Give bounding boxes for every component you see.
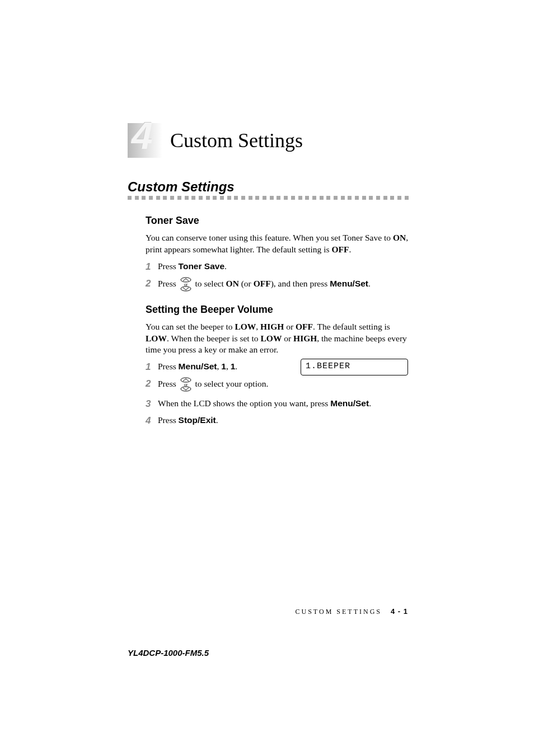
up-down-arrow-icon: or bbox=[180, 377, 192, 392]
subsection-beeper: Setting the Beeper Volume You can set th… bbox=[146, 304, 408, 428]
button-label-menu-set: Menu/Set bbox=[179, 361, 217, 371]
option-low: LOW bbox=[235, 322, 256, 331]
text: . bbox=[224, 261, 227, 271]
step-text: Press Toner Save. bbox=[158, 260, 408, 273]
text: or bbox=[282, 334, 293, 343]
svg-point-3 bbox=[181, 387, 191, 391]
text: Press bbox=[158, 261, 179, 271]
subsection-toner-save: Toner Save You can conserve toner using … bbox=[146, 215, 408, 292]
button-label-menu-set: Menu/Set bbox=[330, 278, 368, 288]
text: Press bbox=[158, 361, 179, 371]
step-item: 4 Press Stop/Exit. bbox=[158, 414, 408, 428]
step-number: 3 bbox=[146, 397, 158, 411]
arrow-or-label: or bbox=[184, 282, 188, 287]
svg-point-2 bbox=[181, 378, 191, 382]
text: . bbox=[216, 415, 218, 425]
button-label-stop-exit: Stop/Exit bbox=[179, 415, 216, 425]
section-title: Custom Settings bbox=[128, 179, 408, 195]
lcd-display: 1.BEEPER bbox=[301, 359, 408, 375]
chapter-title: Custom Settings bbox=[170, 129, 303, 152]
section-heading-block: Custom Settings bbox=[128, 179, 408, 201]
footer-right: CUSTOM SETTINGS 4 - 1 bbox=[296, 607, 408, 616]
key-1: 1 bbox=[231, 361, 236, 371]
text: . bbox=[349, 245, 351, 254]
step-item: 2 Press or to select your option. bbox=[158, 377, 408, 392]
button-label-menu-set: Menu/Set bbox=[330, 398, 369, 408]
step-item: 1 Press Menu/Set, 1, 1. 1.BEEPER bbox=[158, 360, 408, 374]
text: to select your option. bbox=[193, 379, 269, 388]
step-number: 1 bbox=[146, 360, 158, 374]
step-number: 2 bbox=[146, 377, 158, 391]
option-off: OFF bbox=[331, 245, 349, 254]
text: or bbox=[284, 322, 296, 331]
text: ), and then press bbox=[271, 278, 330, 288]
page-number: 4 - 1 bbox=[391, 607, 408, 616]
step-text: Press or to select ON (or OFF), and then… bbox=[158, 277, 408, 292]
svg-point-0 bbox=[181, 278, 191, 282]
option-low: LOW bbox=[261, 334, 282, 343]
text: Press bbox=[158, 379, 179, 388]
step-number: 2 bbox=[146, 277, 158, 290]
option-low: LOW bbox=[146, 334, 167, 343]
text: . When the beeper is set to bbox=[167, 334, 261, 343]
dotted-rule bbox=[128, 196, 408, 201]
option-off: OFF bbox=[296, 322, 313, 331]
key-1: 1 bbox=[221, 361, 226, 371]
step-item: 3 When the LCD shows the option you want… bbox=[158, 397, 408, 411]
option-high: HIGH bbox=[260, 322, 284, 331]
svg-point-1 bbox=[181, 287, 191, 291]
footer-section-name: CUSTOM SETTINGS bbox=[296, 608, 382, 616]
text: , bbox=[256, 322, 260, 331]
subsection-heading: Toner Save bbox=[146, 215, 408, 227]
option-off: OFF bbox=[254, 278, 271, 288]
text: (or bbox=[239, 278, 254, 288]
text: . bbox=[369, 398, 371, 408]
step-text: Press or to select your option. bbox=[158, 377, 408, 392]
step-item: 1 Press Toner Save. bbox=[158, 260, 408, 274]
body-paragraph: You can set the beeper to LOW, HIGH or O… bbox=[146, 321, 408, 356]
text: Press bbox=[158, 415, 179, 425]
text: Press bbox=[158, 278, 179, 288]
step-number: 4 bbox=[146, 414, 158, 428]
body-paragraph: You can conserve toner using this featur… bbox=[146, 232, 408, 256]
text: You can conserve toner using this featur… bbox=[146, 233, 393, 242]
text: When the LCD shows the option you want, … bbox=[158, 398, 330, 408]
chapter-number: 4 bbox=[132, 116, 153, 154]
chapter-header: 4 Custom Settings bbox=[128, 123, 408, 158]
text: , bbox=[226, 361, 231, 371]
subsection-heading: Setting the Beeper Volume bbox=[146, 304, 408, 316]
option-high: HIGH bbox=[293, 334, 317, 343]
option-on: ON bbox=[226, 278, 239, 288]
option-on: ON bbox=[393, 233, 406, 242]
up-down-arrow-icon: or bbox=[180, 277, 192, 292]
text: . The default setting is bbox=[313, 322, 390, 331]
step-number: 1 bbox=[146, 260, 158, 274]
text: . bbox=[368, 278, 371, 288]
text: You can set the beeper to bbox=[146, 322, 235, 331]
step-text: When the LCD shows the option you want, … bbox=[158, 397, 408, 410]
footer-doc-id: YL4DCP-1000-FM5.5 bbox=[128, 648, 209, 658]
text: . bbox=[235, 361, 237, 371]
chapter-number-box: 4 bbox=[128, 123, 162, 158]
step-item: 2 Press or to select ON (or OFF), and th… bbox=[158, 277, 408, 292]
svg-text:or: or bbox=[184, 382, 188, 387]
text: to select bbox=[193, 278, 226, 288]
button-label-toner-save: Toner Save bbox=[179, 261, 224, 271]
step-text: Press Stop/Exit. bbox=[158, 414, 408, 426]
